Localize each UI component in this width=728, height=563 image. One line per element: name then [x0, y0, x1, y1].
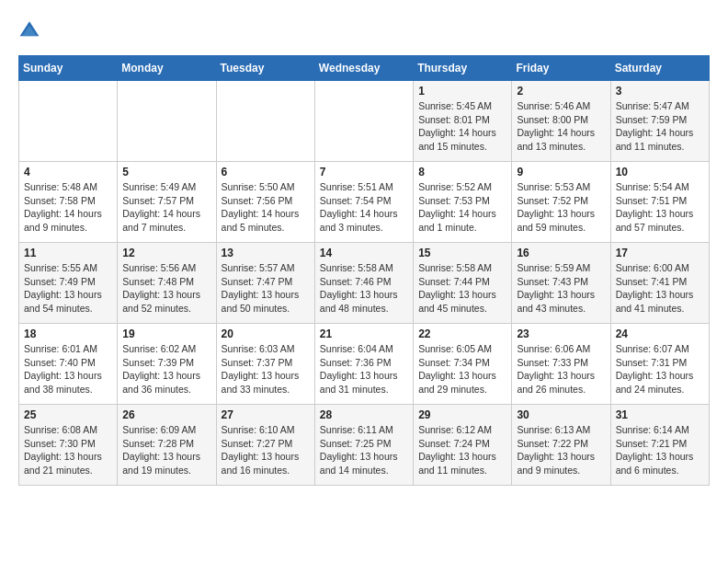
- calendar-cell: 19Sunrise: 6:02 AM Sunset: 7:39 PM Dayli…: [118, 324, 216, 405]
- day-number: 26: [122, 408, 210, 421]
- day-info: Sunrise: 6:10 AM Sunset: 7:27 PM Dayligh…: [222, 423, 310, 477]
- day-number: 7: [320, 166, 408, 178]
- day-number: 12: [122, 247, 210, 259]
- day-number: 15: [418, 247, 506, 259]
- calendar-cell: 8Sunrise: 5:52 AM Sunset: 7:53 PM Daylig…: [414, 162, 512, 243]
- calendar-cell: 20Sunrise: 6:03 AM Sunset: 7:37 PM Dayli…: [216, 324, 314, 405]
- calendar-cell: 18Sunrise: 6:01 AM Sunset: 7:40 PM Dayli…: [19, 324, 118, 405]
- calendar-table: SundayMondayTuesdayWednesdayThursdayFrid…: [18, 55, 710, 486]
- day-info: Sunrise: 6:08 AM Sunset: 7:30 PM Dayligh…: [24, 423, 112, 477]
- calendar-cell: [314, 81, 413, 162]
- day-info: Sunrise: 6:06 AM Sunset: 7:33 PM Dayligh…: [517, 342, 605, 396]
- day-info: Sunrise: 5:50 AM Sunset: 7:56 PM Dayligh…: [222, 180, 310, 235]
- day-number: 18: [24, 327, 112, 340]
- calendar-cell: 26Sunrise: 6:09 AM Sunset: 7:28 PM Dayli…: [118, 405, 216, 486]
- logo: [18, 18, 44, 40]
- calendar-cell: 23Sunrise: 6:06 AM Sunset: 7:33 PM Dayli…: [512, 324, 610, 405]
- calendar-cell: 21Sunrise: 6:04 AM Sunset: 7:36 PM Dayli…: [314, 324, 413, 405]
- calendar-cell: 4Sunrise: 5:48 AM Sunset: 7:58 PM Daylig…: [19, 162, 118, 243]
- day-number: 13: [222, 247, 310, 259]
- col-header-friday: Friday: [512, 56, 610, 81]
- calendar-cell: [19, 81, 118, 162]
- calendar-week-2: 4Sunrise: 5:48 AM Sunset: 7:58 PM Daylig…: [19, 162, 710, 243]
- day-info: Sunrise: 5:54 AM Sunset: 7:51 PM Dayligh…: [616, 180, 704, 235]
- calendar-cell: 12Sunrise: 5:56 AM Sunset: 7:48 PM Dayli…: [118, 243, 216, 324]
- day-info: Sunrise: 5:59 AM Sunset: 7:43 PM Dayligh…: [517, 261, 605, 316]
- calendar-cell: 5Sunrise: 5:49 AM Sunset: 7:57 PM Daylig…: [118, 162, 216, 243]
- day-number: 4: [24, 166, 112, 178]
- day-info: Sunrise: 6:14 AM Sunset: 7:21 PM Dayligh…: [616, 423, 704, 477]
- calendar-cell: 7Sunrise: 5:51 AM Sunset: 7:54 PM Daylig…: [314, 162, 413, 243]
- calendar-cell: 9Sunrise: 5:53 AM Sunset: 7:52 PM Daylig…: [512, 162, 610, 243]
- day-number: 3: [616, 85, 704, 98]
- day-info: Sunrise: 6:04 AM Sunset: 7:36 PM Dayligh…: [320, 342, 408, 396]
- calendar-cell: 6Sunrise: 5:50 AM Sunset: 7:56 PM Daylig…: [216, 162, 314, 243]
- calendar-cell: 3Sunrise: 5:47 AM Sunset: 7:59 PM Daylig…: [610, 81, 709, 162]
- day-number: 21: [320, 327, 408, 340]
- day-info: Sunrise: 6:02 AM Sunset: 7:39 PM Dayligh…: [122, 342, 210, 396]
- day-number: 8: [418, 166, 506, 178]
- day-number: 14: [320, 247, 408, 259]
- day-info: Sunrise: 6:00 AM Sunset: 7:41 PM Dayligh…: [616, 261, 704, 316]
- calendar-cell: 27Sunrise: 6:10 AM Sunset: 7:27 PM Dayli…: [216, 405, 314, 486]
- calendar-cell: 22Sunrise: 6:05 AM Sunset: 7:34 PM Dayli…: [414, 324, 512, 405]
- day-info: Sunrise: 6:09 AM Sunset: 7:28 PM Dayligh…: [122, 423, 210, 477]
- day-info: Sunrise: 5:49 AM Sunset: 7:57 PM Dayligh…: [122, 180, 210, 235]
- col-header-wednesday: Wednesday: [314, 56, 413, 81]
- day-info: Sunrise: 6:05 AM Sunset: 7:34 PM Dayligh…: [418, 342, 506, 396]
- day-number: 10: [616, 166, 704, 178]
- day-number: 29: [418, 408, 506, 421]
- calendar-cell: 15Sunrise: 5:58 AM Sunset: 7:44 PM Dayli…: [414, 243, 512, 324]
- logo-icon: [18, 18, 40, 40]
- day-number: 11: [24, 247, 112, 259]
- day-info: Sunrise: 5:47 AM Sunset: 7:59 PM Dayligh…: [616, 99, 704, 154]
- col-header-tuesday: Tuesday: [216, 56, 314, 81]
- calendar-cell: 13Sunrise: 5:57 AM Sunset: 7:47 PM Dayli…: [216, 243, 314, 324]
- day-info: Sunrise: 5:46 AM Sunset: 8:00 PM Dayligh…: [517, 99, 605, 154]
- col-header-thursday: Thursday: [414, 56, 512, 81]
- col-header-monday: Monday: [118, 56, 216, 81]
- day-number: 24: [616, 327, 704, 340]
- day-number: 30: [517, 408, 605, 421]
- day-number: 25: [24, 408, 112, 421]
- day-number: 28: [320, 408, 408, 421]
- calendar-week-1: 1Sunrise: 5:45 AM Sunset: 8:01 PM Daylig…: [19, 81, 710, 162]
- day-info: Sunrise: 6:07 AM Sunset: 7:31 PM Dayligh…: [616, 342, 704, 396]
- day-info: Sunrise: 5:52 AM Sunset: 7:53 PM Dayligh…: [418, 180, 506, 235]
- calendar-cell: 2Sunrise: 5:46 AM Sunset: 8:00 PM Daylig…: [512, 81, 610, 162]
- day-number: 31: [616, 408, 704, 421]
- day-number: 9: [517, 166, 605, 178]
- day-number: 1: [418, 85, 506, 98]
- calendar-cell: 25Sunrise: 6:08 AM Sunset: 7:30 PM Dayli…: [19, 405, 118, 486]
- day-info: Sunrise: 5:58 AM Sunset: 7:44 PM Dayligh…: [418, 261, 506, 316]
- day-number: 17: [616, 247, 704, 259]
- day-info: Sunrise: 5:55 AM Sunset: 7:49 PM Dayligh…: [24, 261, 112, 316]
- calendar-cell: 30Sunrise: 6:13 AM Sunset: 7:22 PM Dayli…: [512, 405, 610, 486]
- calendar-cell: 17Sunrise: 6:00 AM Sunset: 7:41 PM Dayli…: [610, 243, 709, 324]
- calendar-cell: 24Sunrise: 6:07 AM Sunset: 7:31 PM Dayli…: [610, 324, 709, 405]
- day-info: Sunrise: 6:03 AM Sunset: 7:37 PM Dayligh…: [222, 342, 310, 396]
- day-number: 22: [418, 327, 506, 340]
- col-header-saturday: Saturday: [610, 56, 709, 81]
- calendar-cell: 11Sunrise: 5:55 AM Sunset: 7:49 PM Dayli…: [19, 243, 118, 324]
- calendar-cell: [118, 81, 216, 162]
- day-info: Sunrise: 6:12 AM Sunset: 7:24 PM Dayligh…: [418, 423, 506, 477]
- calendar-cell: 31Sunrise: 6:14 AM Sunset: 7:21 PM Dayli…: [610, 405, 709, 486]
- day-number: 16: [517, 247, 605, 259]
- calendar-cell: 1Sunrise: 5:45 AM Sunset: 8:01 PM Daylig…: [414, 81, 512, 162]
- calendar-cell: 28Sunrise: 6:11 AM Sunset: 7:25 PM Dayli…: [314, 405, 413, 486]
- page-header: [18, 18, 710, 40]
- day-info: Sunrise: 5:45 AM Sunset: 8:01 PM Dayligh…: [418, 99, 506, 154]
- calendar-cell: 29Sunrise: 6:12 AM Sunset: 7:24 PM Dayli…: [414, 405, 512, 486]
- day-info: Sunrise: 6:11 AM Sunset: 7:25 PM Dayligh…: [320, 423, 408, 477]
- calendar-header-row: SundayMondayTuesdayWednesdayThursdayFrid…: [19, 56, 710, 81]
- calendar-cell: 14Sunrise: 5:58 AM Sunset: 7:46 PM Dayli…: [314, 243, 413, 324]
- day-number: 19: [122, 327, 210, 340]
- day-info: Sunrise: 5:51 AM Sunset: 7:54 PM Dayligh…: [320, 180, 408, 235]
- day-info: Sunrise: 5:58 AM Sunset: 7:46 PM Dayligh…: [320, 261, 408, 316]
- day-info: Sunrise: 5:53 AM Sunset: 7:52 PM Dayligh…: [517, 180, 605, 235]
- day-number: 5: [122, 166, 210, 178]
- calendar-week-4: 18Sunrise: 6:01 AM Sunset: 7:40 PM Dayli…: [19, 324, 710, 405]
- day-info: Sunrise: 5:56 AM Sunset: 7:48 PM Dayligh…: [122, 261, 210, 316]
- day-info: Sunrise: 6:13 AM Sunset: 7:22 PM Dayligh…: [517, 423, 605, 477]
